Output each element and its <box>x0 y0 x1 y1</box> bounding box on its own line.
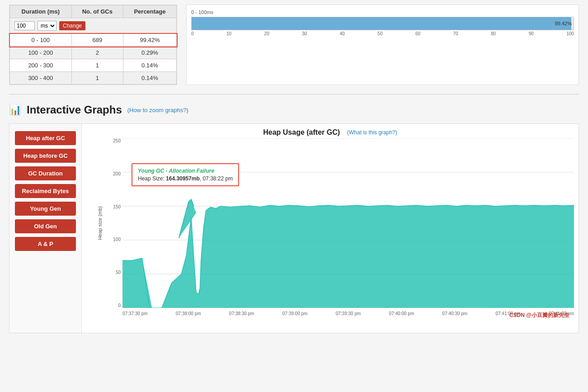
bar-container: 99.42% <box>191 17 574 30</box>
filter-row: ms Change <box>10 18 177 34</box>
cell-pct: 0.29% <box>123 47 176 59</box>
cell-duration: 0 - 100 <box>10 34 72 47</box>
chart-title: Heap Usage (after GC) <box>263 128 340 137</box>
table-header-row: Duration (ms) No. of GCs Percentage <box>10 5 177 18</box>
cell-gcs: 1 <box>71 72 123 85</box>
graph-sidebar: Heap after GC Heap before GC GC Duration… <box>9 124 82 333</box>
y-axis-label: Heap size (mb) <box>97 206 103 240</box>
cell-gcs: 2 <box>71 47 123 59</box>
bar-chart-icon: 📊 <box>9 104 21 116</box>
btn-gc-duration[interactable]: GC Duration <box>15 166 76 180</box>
zoom-help-link[interactable]: (How to zoom graphs?) <box>127 107 188 113</box>
filter-input[interactable] <box>14 21 35 30</box>
col-pct: Percentage <box>123 5 176 18</box>
heap-chart-svg <box>122 138 574 308</box>
btn-heap-after-gc[interactable]: Heap after GC <box>15 131 76 145</box>
btn-a-and-p[interactable]: A & P <box>15 237 76 251</box>
cell-pct: 0.14% <box>123 72 176 85</box>
cell-pct: 99.42% <box>123 34 176 47</box>
btn-old-gen[interactable]: Old Gen <box>15 219 76 233</box>
col-duration: Duration (ms) <box>10 5 72 18</box>
bar-axis: 0 10 20 30 40 50 60 70 80 90 100 <box>191 31 574 36</box>
bar-fill <box>192 17 571 30</box>
top-section: Duration (ms) No. of GCs Percentage ms C… <box>9 5 579 85</box>
graph-main: Heap Usage (after GC) (What is this grap… <box>82 124 579 333</box>
page-wrapper: Duration (ms) No. of GCs Percentage ms C… <box>0 0 588 338</box>
table-row: 200 - 300 1 0.14% <box>10 59 177 72</box>
table-row: 0 - 100 689 99.42% <box>10 34 177 47</box>
cell-gcs: 689 <box>71 34 123 47</box>
cell-gcs: 1 <box>71 59 123 72</box>
section-title: Interactive Graphs <box>27 104 122 116</box>
x-axis-labels: 07:37:30 pm 07:38:00 pm 07:38:30 pm 07:3… <box>122 308 574 319</box>
duration-table: Duration (ms) No. of GCs Percentage ms C… <box>9 5 177 85</box>
bar-label: 0 - 100ms <box>191 9 574 15</box>
cell-pct: 0.14% <box>123 59 176 72</box>
section-title-row: 📊 Interactive Graphs (How to zoom graphs… <box>9 104 579 116</box>
chart-body: Heap size (mb) 250 200 150 100 50 0 <box>104 138 574 319</box>
duration-table-wrapper: Duration (ms) No. of GCs Percentage ms C… <box>9 5 177 85</box>
btn-young-gen[interactable]: Young Gen <box>15 202 76 216</box>
filter-cell: ms Change <box>10 18 177 34</box>
chart-svg-wrapper: Young GC - Allocation Failure Heap Size:… <box>122 138 574 308</box>
table-body: 0 - 100 689 99.42% 100 - 200 2 0.29% 200… <box>10 34 177 85</box>
divider <box>9 94 579 94</box>
cell-duration: 100 - 200 <box>10 47 72 59</box>
btn-reclaimed-bytes[interactable]: Reclaimed Bytes <box>15 184 76 198</box>
cell-duration: 300 - 400 <box>10 72 72 85</box>
bar-chart-wrapper: 0 - 100ms 99.42% 0 10 20 30 40 50 60 70 … <box>186 5 579 85</box>
cell-duration: 200 - 300 <box>10 59 72 72</box>
col-gcs: No. of GCs <box>71 5 123 18</box>
bar-percentage: 99.42% <box>555 21 572 26</box>
filter-unit-select[interactable]: ms <box>38 21 56 31</box>
chart-title-row: Heap Usage (after GC) (What is this grap… <box>82 124 579 138</box>
graphs-container: Heap after GC Heap before GC GC Duration… <box>9 123 579 333</box>
chart-help-link[interactable]: (What is this graph?) <box>347 129 397 136</box>
btn-heap-before-gc[interactable]: Heap before GC <box>15 149 76 163</box>
y-axis-ticks: 250 200 150 100 50 0 <box>104 138 122 308</box>
table-row: 300 - 400 1 0.14% <box>10 72 177 85</box>
change-button[interactable]: Change <box>59 21 85 30</box>
table-row: 100 - 200 2 0.29% <box>10 47 177 59</box>
watermark: CSDN @小豆瓣的新先生 <box>509 312 569 319</box>
